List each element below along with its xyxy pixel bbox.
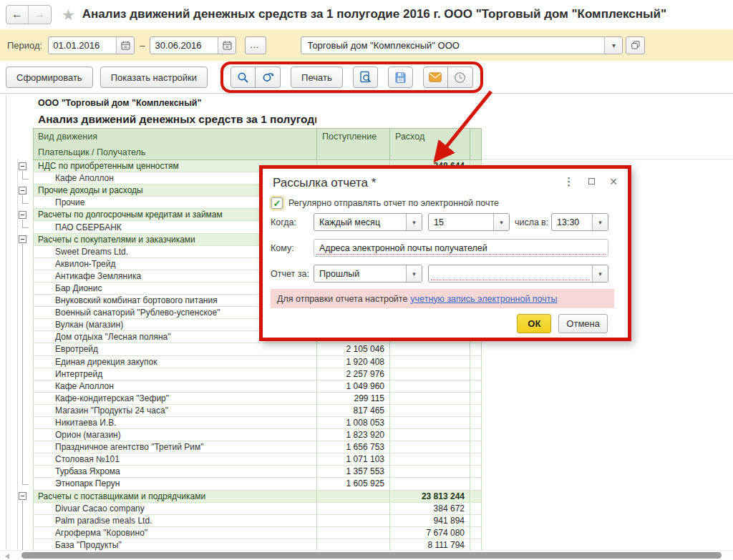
row-label-cell[interactable]: Турбаза Яхрома [33, 466, 317, 478]
email-account-link[interactable]: учетную запись электронной почты [410, 294, 557, 304]
report-detail-row[interactable]: Этнопарк Перун1 605 925 [0, 478, 482, 490]
chevron-down-icon[interactable]: ▾ [406, 214, 422, 230]
stub-cell[interactable] [470, 453, 482, 466]
row-label-cell[interactable]: Кафе-кондитерская "Зефир" [33, 393, 317, 405]
company-value[interactable]: Торговый дом "Комплексный" ООО [301, 37, 604, 54]
expense-value-cell[interactable] [390, 405, 470, 417]
row-label-cell[interactable]: Евротрейд [33, 343, 317, 355]
row-label-cell[interactable]: Divuar Cacao company [33, 503, 317, 515]
income-value-cell[interactable]: 1 049 960 [317, 380, 390, 393]
recipients-input[interactable]: Адреса электронной почты получателей [314, 239, 608, 257]
report-detail-row[interactable]: Интертрейд2 257 976 [0, 368, 482, 380]
row-label-cell[interactable]: Праздничное агентство "Третий Рим" [33, 441, 317, 453]
row-label-cell[interactable]: Магазин "Продукты 24 часа" [33, 405, 317, 417]
row-label-cell[interactable]: Орион (магазин) [33, 429, 317, 441]
income-value-cell[interactable]: 2 257 976 [317, 368, 390, 380]
favorite-star-icon[interactable]: ★ [62, 7, 75, 22]
row-label-cell[interactable]: Единая дирекция закупок [33, 356, 317, 368]
collapse-group-icon[interactable] [19, 492, 26, 500]
date-to-calendar-button[interactable] [218, 37, 236, 54]
income-value-cell[interactable]: 299 115 [317, 393, 390, 405]
income-value-cell[interactable]: 1 357 553 [317, 466, 390, 478]
stub-cell[interactable] [470, 380, 482, 393]
date-from-input[interactable]: 01.01.2016 [49, 37, 116, 54]
stub-cell[interactable] [470, 368, 482, 380]
forward-button[interactable]: → [29, 6, 51, 24]
report-detail-row[interactable]: Кафе Аполлон1 049 960 [0, 380, 482, 393]
schedule-button[interactable] [448, 67, 473, 88]
report-detail-row[interactable]: Единая дирекция закупок1 920 408 [0, 356, 482, 368]
report-group-row[interactable]: Расчеты с поставщиками и подрядчиками23 … [0, 491, 482, 503]
search-button[interactable] [230, 67, 256, 88]
report-detail-row[interactable]: Турбаза Яхрома1 357 553 [0, 466, 482, 478]
company-open-button[interactable] [626, 36, 645, 54]
row-label-cell[interactable]: Интертрейд [33, 368, 317, 380]
search-next-button[interactable] [256, 67, 281, 88]
report-detail-row[interactable]: Кафе-кондитерская "Зефир"299 115 [0, 393, 482, 405]
stub-cell[interactable] [470, 405, 482, 417]
expense-value-cell[interactable] [390, 343, 470, 355]
stub-cell[interactable] [470, 515, 482, 527]
back-button[interactable]: ← [6, 6, 29, 24]
report-detail-row[interactable]: Никитаева И.В.1 008 053 [0, 417, 482, 429]
stub-cell[interactable] [470, 393, 482, 405]
generate-button[interactable]: Сформировать [6, 67, 93, 88]
expense-value-cell[interactable] [390, 478, 470, 490]
collapse-group-icon[interactable] [19, 187, 26, 195]
expense-value-cell[interactable] [390, 429, 470, 441]
report-company-line[interactable]: ООО "Торговый дом "Комплексный" [33, 95, 317, 111]
column-header-payer[interactable]: Плательщик / Получатель [33, 144, 317, 160]
stub-cell[interactable] [470, 503, 482, 515]
row-label-cell[interactable]: Этнопарк Перун [33, 478, 317, 490]
chevron-down-icon[interactable]: ▾ [406, 265, 422, 282]
expense-value-cell[interactable] [390, 380, 470, 393]
report-detail-row[interactable]: Divuar Cacao company384 672 [0, 503, 482, 515]
expense-value-cell[interactable] [390, 453, 470, 466]
income-value-cell[interactable]: 1 008 053 [317, 417, 390, 429]
close-icon[interactable]: ✕ [609, 177, 618, 187]
report-detail-row[interactable]: Орион (магазин)1 823 920 [0, 429, 482, 441]
expense-value-cell[interactable]: 23 813 244 [390, 491, 470, 503]
chevron-down-icon[interactable]: ▾ [592, 214, 608, 230]
cancel-button[interactable]: Отмена [558, 314, 608, 333]
row-label-cell[interactable]: Никитаева И.В. [33, 417, 317, 429]
collapse-group-icon[interactable] [19, 211, 26, 219]
expense-value-cell[interactable] [390, 466, 470, 478]
stub-cell[interactable] [470, 356, 482, 368]
regular-send-checkbox[interactable]: ✓ [271, 197, 283, 209]
ok-button[interactable]: ОК [517, 314, 551, 333]
company-dropdown-button[interactable]: ▾ [604, 37, 622, 54]
stub-cell[interactable] [470, 478, 482, 490]
when-time-combobox[interactable]: 13:30 ▾ [551, 213, 608, 231]
column-header-kind[interactable]: Вид движения [33, 128, 317, 144]
scrollbar-thumb[interactable] [21, 552, 722, 559]
row-label-cell[interactable]: Столовая №101 [33, 453, 317, 466]
stub-cell[interactable] [470, 441, 482, 453]
stub-cell[interactable] [470, 417, 482, 429]
income-value-cell[interactable] [317, 491, 390, 503]
when-period-combobox[interactable]: Каждый месяц ▾ [314, 213, 422, 231]
report-period-combobox[interactable]: ▾ [428, 265, 608, 283]
chevron-down-icon[interactable]: ▾ [493, 214, 509, 230]
print-preview-button[interactable] [353, 67, 378, 88]
expense-value-cell[interactable]: 7 674 080 [390, 527, 470, 539]
expense-value-cell[interactable] [390, 393, 470, 405]
period-more-button[interactable]: ... [245, 36, 266, 54]
print-button[interactable]: Печать [291, 67, 343, 88]
income-value-cell[interactable]: 1 920 408 [317, 356, 390, 368]
chevron-down-icon[interactable]: ▾ [592, 265, 608, 282]
show-settings-button[interactable]: Показать настройки [100, 67, 208, 88]
expense-value-cell[interactable]: 384 672 [390, 503, 470, 515]
when-day-combobox[interactable]: 15 ▾ [428, 213, 510, 231]
expense-value-cell[interactable] [390, 356, 470, 368]
income-value-cell[interactable]: 2 105 046 [317, 343, 390, 355]
income-value-cell[interactable]: 1 656 753 [317, 441, 390, 453]
row-label-cell[interactable]: Агроферма "Коровино" [33, 527, 317, 539]
collapse-group-icon[interactable] [19, 235, 26, 243]
report-detail-row[interactable]: Агроферма "Коровино"7 674 080 [0, 527, 482, 539]
send-email-button[interactable] [423, 67, 448, 88]
row-label-cell[interactable]: Кафе Аполлон [33, 380, 317, 393]
expense-value-cell[interactable] [390, 417, 470, 429]
income-value-cell[interactable]: 817 465 [317, 405, 390, 417]
minimize-icon[interactable] [588, 178, 595, 185]
